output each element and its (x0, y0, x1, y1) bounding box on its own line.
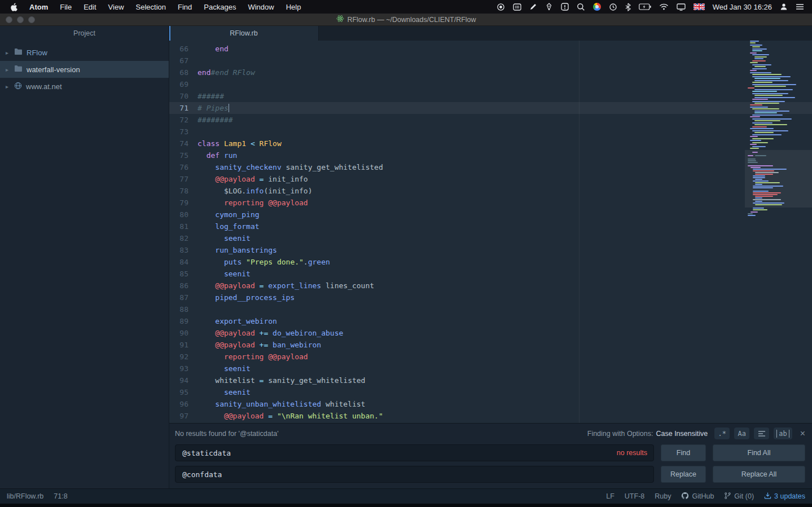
user-icon[interactable] (780, 3, 788, 11)
minimap[interactable] (745, 41, 812, 230)
replace-all-button[interactable]: Replace All (713, 466, 805, 483)
code-line[interactable]: 73 (169, 126, 812, 138)
line-ending-indicator[interactable]: LF (606, 492, 615, 500)
language-indicator[interactable]: Ruby (655, 492, 671, 500)
alert-box-icon[interactable] (561, 3, 569, 11)
tree-item-waterfall-version[interactable]: ▸ waterfall-version (0, 61, 169, 78)
menu-item[interactable]: Window (248, 3, 274, 11)
time-machine-icon[interactable] (609, 3, 617, 11)
chevron-right-icon[interactable]: ▸ (6, 83, 10, 90)
code-line[interactable]: 89 export_webiron (169, 315, 812, 327)
code-line[interactable]: 95 seenit (169, 386, 812, 398)
find-all-button[interactable]: Find All (713, 444, 805, 461)
code-line[interactable]: 71# Pipes (169, 102, 812, 114)
code-line[interactable]: 93 seenit (169, 363, 812, 374)
zoom-window-button[interactable] (28, 16, 35, 23)
find-button[interactable]: Find (661, 444, 706, 461)
apple-menu-icon[interactable] (10, 3, 17, 11)
code-line[interactable]: 88 (169, 303, 812, 315)
code-text: puts "Preps done.".green (188, 256, 330, 268)
browser-icon[interactable] (593, 3, 601, 11)
find-result-count: no results (617, 449, 647, 457)
minimap-line (752, 82, 773, 83)
battery-icon[interactable] (639, 3, 651, 10)
replace-input[interactable] (175, 466, 654, 483)
whole-word-option-button[interactable]: ab (774, 427, 792, 439)
code-line[interactable]: 85 seenit (169, 268, 812, 280)
menu-item[interactable]: File (60, 3, 72, 11)
code-line[interactable]: 81 log_format (169, 221, 812, 232)
minimap-line (750, 144, 757, 145)
only-in-selection-option-button[interactable] (754, 427, 769, 439)
code-line[interactable]: 70###### (169, 90, 812, 102)
code-line[interactable]: 66 end (169, 43, 812, 55)
screen-record-icon[interactable] (497, 3, 505, 11)
find-input[interactable] (175, 444, 654, 461)
notification-list-icon[interactable] (796, 3, 804, 10)
wifi-icon[interactable] (659, 3, 669, 10)
git-status[interactable]: Git (0) (724, 492, 754, 501)
minimap-line (750, 116, 760, 117)
uk-flag-icon[interactable] (694, 3, 705, 10)
code-line[interactable]: 68end#end RFlow (169, 67, 812, 78)
menu-item[interactable]: Help (286, 3, 301, 11)
tab-rflow-rb[interactable]: RFlow.rb (169, 26, 319, 41)
code-line[interactable]: 69 (169, 78, 812, 90)
code-line[interactable]: 91 @@payload += ban_webiron (169, 339, 812, 351)
menu-item[interactable]: Edit (84, 3, 96, 11)
menu-item[interactable]: Packages (204, 3, 236, 11)
code-line[interactable]: 87 piped__process_ips (169, 292, 812, 303)
code-line[interactable]: 80 cymon_ping (169, 209, 812, 221)
code-line[interactable]: 78 $LOG.info(init_info) (169, 185, 812, 197)
chevron-right-icon[interactable]: ▸ (6, 50, 10, 56)
bluetooth-icon[interactable] (625, 3, 631, 11)
virtual-machine-icon[interactable] (513, 3, 521, 11)
code-line[interactable]: 84 puts "Preps done.".green (169, 256, 812, 268)
window-title-text: RFlow.rb — ~/Downloads/CLIENT/RFlow (347, 16, 476, 24)
updates-status[interactable]: 3 updates (764, 492, 805, 501)
display-icon[interactable] (677, 3, 686, 11)
case-sensitive-option-button[interactable]: Aa (734, 427, 749, 439)
code-line[interactable]: 82 seenit (169, 232, 812, 244)
code-line[interactable]: 96 sanity_unban_whitelisted whitelist (169, 398, 812, 410)
folder-icon (14, 48, 23, 57)
code-editor[interactable]: 66 end6768end#end RFlow6970######71# Pip… (169, 41, 812, 423)
tree-item-www-at-net[interactable]: ▸ www.at.net (0, 78, 169, 95)
code-line[interactable]: 76 sanity_checkenv sanity_get_whiteliste… (169, 161, 812, 173)
replace-button[interactable]: Replace (661, 466, 706, 483)
code-line[interactable]: 77 @@payload = init_info (169, 173, 812, 185)
code-line[interactable]: 94 whitelist = sanity_get_whitelisted (169, 374, 812, 386)
code-line[interactable]: 83 run_banstrings (169, 244, 812, 256)
code-text: reporting @@payload (188, 197, 308, 209)
close-window-button[interactable] (6, 16, 12, 23)
chevron-right-icon[interactable]: ▸ (6, 67, 10, 73)
code-line[interactable]: 90 @@payload += do_webiron_abuse (169, 327, 812, 339)
spotlight-search-icon[interactable] (577, 3, 585, 11)
minimap-line (752, 138, 774, 139)
code-line[interactable]: 72######## (169, 114, 812, 126)
cursor-position[interactable]: 71:8 (54, 492, 67, 500)
code-text: end#end RFlow (188, 67, 255, 78)
code-line[interactable]: 97 @@payload = "\nRan whitelist unban." (169, 410, 812, 422)
code-line[interactable]: 92 reporting @@payload (169, 351, 812, 363)
regex-option-button[interactable]: .* (714, 427, 730, 439)
code-line[interactable]: 74class Lamp1 < RFlow (169, 138, 812, 149)
code-line[interactable]: 67 (169, 55, 812, 67)
close-panel-icon[interactable]: × (800, 429, 805, 438)
pen-nib-icon[interactable] (545, 3, 553, 11)
encoding-indicator[interactable]: UTF-8 (625, 492, 644, 500)
menu-clock[interactable]: Wed Jan 30 16:26 (713, 3, 772, 11)
code-line[interactable]: 79 reporting @@payload (169, 197, 812, 209)
menu-item[interactable]: Selection (136, 3, 166, 11)
code-line[interactable]: 75 def run (169, 149, 812, 161)
menu-item-atom[interactable]: Atom (29, 3, 48, 11)
tree-item-rflow[interactable]: ▸ RFlow (0, 44, 169, 61)
github-status[interactable]: GitHub (681, 492, 714, 501)
menu-item[interactable]: Find (178, 3, 192, 11)
code-line[interactable]: 86 @@payload = export_lines lines_count (169, 280, 812, 292)
menu-item[interactable]: View (108, 3, 124, 11)
minimize-window-button[interactable] (17, 16, 24, 23)
minimap-line (753, 186, 783, 187)
minimap-line (752, 152, 758, 153)
pen-icon[interactable] (529, 3, 537, 11)
